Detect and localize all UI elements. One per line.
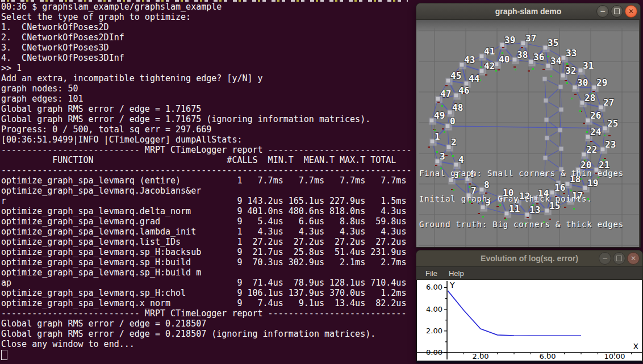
svg-text:0.00: 0.00 — [426, 348, 442, 357]
x-axis-label: X — [633, 342, 638, 351]
svg-text:32: 32 — [565, 65, 576, 76]
svg-text:6.00: 6.00 — [540, 352, 556, 361]
minimize-button[interactable]: − — [599, 252, 611, 265]
svg-text:49: 49 — [434, 110, 445, 121]
plot-window-buttons: − ✕ — [599, 252, 640, 265]
graph-legend: Final graph: Small corners & thin edges … — [419, 152, 624, 246]
maximize-button[interactable] — [613, 252, 625, 265]
svg-text:24: 24 — [590, 127, 601, 137]
svg-text:26: 26 — [590, 110, 601, 121]
plot-menubar: File Help — [416, 267, 642, 280]
svg-text:4.00: 4.00 — [426, 305, 442, 313]
axis-ticks — [444, 287, 632, 355]
close-button[interactable]: ✕ — [625, 5, 637, 18]
plot-render: 2.006.0010.000.002.004.006.00XY — [417, 280, 642, 361]
svg-text:45: 45 — [450, 70, 461, 81]
legend-initial-graph: Initial graph: Gray thick points. — [419, 195, 624, 203]
menu-file[interactable]: File — [421, 268, 442, 279]
svg-text:2.00: 2.00 — [473, 352, 489, 361]
svg-text:30: 30 — [577, 77, 588, 88]
svg-text:36: 36 — [533, 52, 544, 62]
plot-window-titlebar[interactable]: Evolution of log(sq. error) − ✕ — [416, 250, 642, 267]
svg-text:44: 44 — [469, 73, 479, 84]
graph-window-buttons: − ✕ — [596, 5, 637, 18]
svg-text:35: 35 — [548, 37, 558, 48]
plot-canvas[interactable]: 2.006.0010.000.002.004.006.00XY — [416, 280, 642, 361]
svg-text:34: 34 — [550, 56, 561, 66]
plot-window-bottom-edge — [416, 361, 642, 363]
error-plot-window: Evolution of log(sq. error) − ✕ File Hel… — [416, 250, 643, 362]
svg-text:48: 48 — [452, 102, 463, 113]
svg-text:43: 43 — [464, 55, 475, 65]
svg-text:2: 2 — [451, 137, 457, 148]
tick-labels: 2.006.0010.000.002.004.006.00 — [426, 283, 625, 361]
svg-text:39: 39 — [504, 35, 515, 45]
graph-3d-viewport[interactable]: 0123456789101112131415161718192021222324… — [416, 20, 639, 247]
terminal-cursor — [1, 350, 7, 360]
svg-text:2.00: 2.00 — [426, 327, 442, 335]
terminal-output[interactable]: 00:36 $ graphslam_example/graphslam_exam… — [1, 2, 411, 349]
svg-text:25: 25 — [607, 118, 618, 129]
maximize-button[interactable] — [611, 5, 623, 18]
legend-final-graph: Final graph: Small corners & thin edges — [419, 169, 624, 178]
legend-ground-truth: Ground truth: Big corners & thick edges — [419, 220, 624, 229]
svg-text:28: 28 — [584, 93, 595, 103]
svg-text:33: 33 — [566, 48, 577, 58]
svg-text:23: 23 — [605, 139, 616, 150]
svg-text:41: 41 — [484, 46, 495, 57]
svg-text:6.00: 6.00 — [426, 283, 442, 291]
minimize-button[interactable]: − — [596, 5, 609, 18]
graph-slam-demo-window: graph-slam demo − ✕ 01234567891011121314… — [416, 3, 641, 248]
y-axis-label: Y — [449, 281, 455, 290]
svg-text:47: 47 — [440, 89, 451, 99]
svg-text:0: 0 — [450, 116, 456, 127]
graph-window-titlebar[interactable]: graph-slam demo − ✕ — [416, 3, 640, 20]
svg-text:38: 38 — [517, 49, 528, 60]
maximize-icon — [614, 9, 620, 14]
svg-text:1: 1 — [435, 131, 440, 142]
svg-text:10.00: 10.00 — [604, 352, 625, 361]
svg-text:40: 40 — [499, 54, 510, 65]
svg-text:42: 42 — [484, 61, 495, 72]
maximize-icon — [616, 256, 622, 261]
svg-text:27: 27 — [603, 97, 614, 108]
svg-text:46: 46 — [458, 85, 469, 96]
svg-text:37: 37 — [525, 33, 536, 44]
error-curve — [448, 291, 581, 336]
svg-text:29: 29 — [596, 77, 607, 88]
screen: 00:36 $ graphslam_example/graphslam_exam… — [0, 0, 643, 364]
menu-help[interactable]: Help — [444, 268, 469, 279]
svg-text:31: 31 — [583, 60, 594, 71]
close-button[interactable]: ✕ — [627, 252, 640, 265]
